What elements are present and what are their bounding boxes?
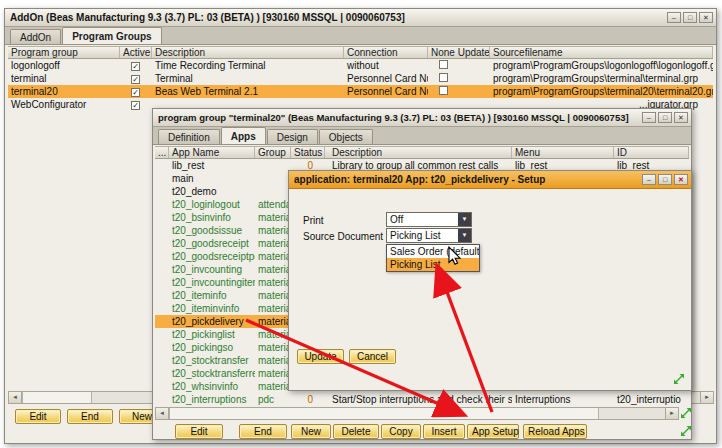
scroll-right-icon[interactable]: ► [665,408,678,419]
cell-app-name: t20_goodsreceipt [169,237,255,250]
app-setup-button[interactable]: App Setup [467,424,519,439]
none-update-checkbox[interactable] [439,73,448,82]
active-checkbox[interactable]: ✓ [131,62,140,71]
cancel-button[interactable]: Cancel [349,349,396,364]
close-icon[interactable]: ✕ [674,174,688,185]
row-indicator [155,250,169,263]
row-indicator [155,237,169,250]
cell-app-name: t20_goodsissue [169,224,255,237]
chevron-down-icon[interactable]: ▼ [458,213,471,226]
cell-connection: Personnel Card Numbe [344,72,428,85]
cell-connection: Personnel Card Numbe [344,85,428,98]
group-window-title: program group "terminal20" (Beas Manufac… [158,112,638,123]
resize-grip-icon[interactable] [680,425,692,437]
maximize-icon[interactable]: □ [658,174,672,185]
tab-apps[interactable]: Apps [221,127,266,144]
cell-app-name: t20_pickingso [169,341,255,354]
tab-objects[interactable]: Objects [319,129,373,144]
col-none-update: None Update [428,47,490,58]
scroll-left-icon[interactable]: ◄ [9,392,22,403]
cell-app-name: t20_invcountingiter [169,276,255,289]
row-indicator [155,198,169,211]
cell-group [255,185,291,198]
cell-group: materialm [255,315,291,328]
scroll-track[interactable] [599,408,665,419]
maximize-icon[interactable]: □ [683,12,697,23]
active-checkbox[interactable]: ✓ [131,101,140,110]
end-button[interactable]: End [239,424,287,439]
cell-app-name: t20_loginlogout [169,198,255,211]
copy-button[interactable]: Copy [381,424,421,439]
end-button[interactable]: End [67,409,113,424]
cell-app-name: t20_iteminfo [169,289,255,302]
cell-active: ✓ [120,85,152,98]
none-update-checkbox[interactable] [439,86,448,95]
scroll-left-icon[interactable]: ◄ [156,408,169,419]
cell-group: materialm [255,367,291,380]
close-icon[interactable]: ✕ [699,12,713,23]
row-indicator [155,211,169,224]
table-row-terminal[interactable]: terminal ✓ Terminal Personnel Card Numbe… [8,72,713,85]
cell-connection: without [344,59,428,72]
insert-button[interactable]: Insert [423,424,465,439]
setup-window-controls: – □ ✕ [642,174,688,185]
cell-description: Start/Stop interruptions and check their… [325,393,512,406]
tab-addon[interactable]: AddOn [10,29,61,44]
print-dropdown-value: Off [387,213,458,226]
scroll-right-icon[interactable]: ► [700,392,713,403]
cell-app-name: t20_whsinvinfo [169,380,255,393]
tab-definition[interactable]: Definition [158,129,220,144]
scroll-thumb[interactable] [169,408,599,419]
minimize-icon[interactable]: – [642,174,656,185]
table-row-terminal20[interactable]: terminal20 ✓ Beas Web Terminal 2.1 Perso… [8,85,713,98]
col-sourcefilename: Sourcefilename [490,47,713,58]
source-document-dropdown[interactable]: Picking List ▼ [386,228,472,243]
print-dropdown[interactable]: Off ▼ [386,212,472,227]
app-row-t20_interruptions[interactable]: t20_interruptions pdc 0 Start/Stop inter… [155,393,689,406]
cell-app-name: t20_bsinvinfo [169,211,255,224]
delete-button[interactable]: Delete [333,424,379,439]
group-horizontal-scrollbar[interactable]: ◄ ► [155,407,679,420]
main-tabstrip: AddOn Program Groups [5,27,716,45]
cell-program-group: logonlogoff [8,59,120,72]
update-button[interactable]: Update [297,349,344,364]
source-dropdown-value: Picking List [387,229,458,242]
cell-sourcefilename: program\ProgramGroups\terminal\terminal.… [490,72,713,85]
cell-app-name: t20_stocktransferre [169,367,255,380]
minimize-icon[interactable]: – [667,12,681,23]
maximize-icon[interactable]: □ [658,112,672,123]
col-id: ID [614,147,689,158]
close-icon[interactable]: ✕ [674,112,688,123]
option-sales-order[interactable]: Sales Order (default) [387,245,479,258]
tab-design[interactable]: Design [267,129,318,144]
active-checkbox[interactable]: ✓ [131,88,140,97]
active-checkbox[interactable]: ✓ [131,75,140,84]
setup-window-titlebar[interactable]: application: terminal20 App: t20_pickdel… [289,171,691,189]
cell-app-name: t20_pickinglist [169,328,255,341]
new-button[interactable]: New [291,424,331,439]
scroll-thumb[interactable] [22,392,92,403]
chevron-down-icon[interactable]: ▼ [458,229,471,242]
cell-program-group: terminal [8,72,120,85]
row-indicator [155,276,169,289]
group-window-titlebar[interactable]: program group "terminal20" (Beas Manufac… [153,109,691,127]
edit-button[interactable]: Edit [175,424,223,439]
none-update-checkbox[interactable] [439,60,448,69]
resize-grip-icon[interactable] [680,407,692,419]
cell-description: Terminal [152,72,344,85]
cell-sourcefilename: program\ProgramGroups\logonlogoff\logonl… [490,59,713,72]
tab-program-groups[interactable]: Program Groups [62,27,161,44]
main-button-row: Edit End New [15,409,165,424]
resize-grip-icon[interactable] [673,373,685,385]
main-window-titlebar[interactable]: AddOn (Beas Manufacturing 9.3 (3.7) PL: … [5,9,716,27]
cell-active: ✓ [120,98,152,111]
cell-app-name: lib_rest [169,159,255,172]
minimize-icon[interactable]: – [642,112,656,123]
option-picking-list[interactable]: Picking List [387,258,479,271]
cell-app-name: t20_stocktransfer [169,354,255,367]
edit-button[interactable]: Edit [15,409,61,424]
row-indicator [155,328,169,341]
reload-apps-button[interactable]: Reload Apps [523,424,587,439]
table-row-logonlogoff[interactable]: logonlogoff ✓ Time Recording Terminal wi… [8,59,713,72]
col-connection: Connection [344,47,428,58]
